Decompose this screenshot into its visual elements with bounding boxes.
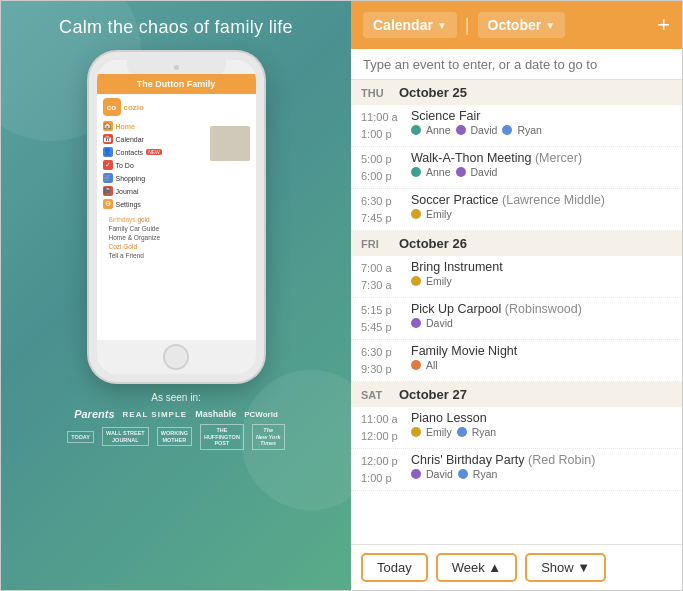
event-row[interactable]: 12:00 p1:00 pChris' Birthday Party (Red … [351, 449, 682, 491]
photo-placeholder [210, 126, 250, 161]
phone-menu-journal[interactable]: 📓 Journal [103, 185, 250, 197]
event-times: 11:00 a12:00 p [361, 411, 403, 444]
event-title: Pick Up Carpool (Robinswood) [411, 302, 672, 316]
participant-name: Emily [426, 426, 452, 438]
top-bar-divider: | [465, 15, 470, 36]
event-participants: AnneDavidRyan [411, 124, 672, 136]
participant-dot [411, 209, 421, 219]
event-title: Piano Lesson [411, 411, 672, 425]
event-details: Chris' Birthday Party (Red Robin)DavidRy… [411, 453, 672, 480]
event-row[interactable]: 7:00 a7:30 aBring InstrumentEmily [351, 256, 682, 298]
search-input[interactable] [363, 57, 670, 72]
participant-name: Anne [426, 124, 451, 136]
event-row[interactable]: 11:00 a12:00 pPiano LessonEmilyRyan [351, 407, 682, 449]
event-title: Science Fair [411, 109, 672, 123]
participant-name: All [426, 359, 438, 371]
event-participants: AnneDavid [411, 166, 672, 178]
event-times: 6:30 p7:45 p [361, 193, 403, 226]
event-row[interactable]: 5:15 p5:45 pPick Up Carpool (Robinswood)… [351, 298, 682, 340]
participant-dot [411, 427, 421, 437]
event-times: 6:30 p9:30 p [361, 344, 403, 377]
calendar-chevron-icon: ▼ [437, 20, 447, 31]
show-btn[interactable]: Show ▼ [525, 553, 606, 582]
phone: The Dutton Family co cozio 🏠 Home 📅 Cale… [89, 52, 264, 382]
press-pcworld: PCWorld [244, 410, 278, 419]
event-title: Chris' Birthday Party (Red Robin) [411, 453, 672, 467]
event-participants: Emily [411, 208, 672, 220]
today-btn[interactable]: Today [361, 553, 428, 582]
press-huffpost: THEHUFFINGTONPOST [200, 424, 244, 450]
press-today: TODAY [67, 431, 94, 444]
participant-name: David [471, 166, 498, 178]
participant-name: David [426, 317, 453, 329]
participant-dot [502, 125, 512, 135]
event-title: Family Movie Night [411, 344, 672, 358]
phone-menu-settings[interactable]: ⚙ Settings [103, 198, 250, 210]
event-details: Piano LessonEmilyRyan [411, 411, 672, 438]
participant-dot [457, 427, 467, 437]
phone-header: The Dutton Family [97, 74, 256, 94]
press-nytimes: TheNew YorkTimes [252, 424, 285, 450]
phone-extras: Birthdays gold Family Car Guide Home & O… [103, 215, 250, 260]
day-header: THUOctober 25 [351, 80, 682, 105]
add-event-btn[interactable]: + [657, 12, 670, 38]
participant-name: Ryan [473, 468, 498, 480]
event-details: Walk-A-Thon Meeting (Mercer)AnneDavid [411, 151, 672, 178]
phone-home-button[interactable] [163, 344, 189, 370]
event-title: Bring Instrument [411, 260, 672, 274]
month-dropdown-btn[interactable]: October ▼ [478, 12, 566, 38]
event-participants: Emily [411, 275, 672, 287]
event-times: 11:00 a1:00 p [361, 109, 403, 142]
participant-dot [411, 125, 421, 135]
phone-logo: co cozio [103, 98, 250, 116]
event-times: 5:00 p6:00 p [361, 151, 403, 184]
day-date: October 25 [399, 85, 467, 100]
tagline: Calm the chaos of family life [59, 17, 293, 38]
top-bar: Calendar ▼ | October ▼ + [351, 1, 682, 49]
participant-dot [411, 276, 421, 286]
event-title: Walk-A-Thon Meeting (Mercer) [411, 151, 672, 165]
event-title: Soccer Practice (Lawrence Middle) [411, 193, 672, 207]
participant-dot [456, 167, 466, 177]
event-row[interactable]: 5:00 p6:00 pWalk-A-Thon Meeting (Mercer)… [351, 147, 682, 189]
press-parents: Parents [74, 408, 114, 420]
event-details: Soccer Practice (Lawrence Middle)Emily [411, 193, 672, 220]
event-times: 12:00 p1:00 p [361, 453, 403, 486]
event-participants: DavidRyan [411, 468, 672, 480]
participant-dot [411, 360, 421, 370]
day-dow: FRI [361, 238, 391, 250]
event-details: Pick Up Carpool (Robinswood)David [411, 302, 672, 329]
participant-dot [458, 469, 468, 479]
press-logos-row1: Parents REAL SIMPLE Mashable PCWorld [67, 408, 284, 420]
as-seen-in: As seen in: Parents REAL SIMPLE Mashable… [67, 392, 284, 450]
participant-name: Ryan [472, 426, 497, 438]
right-panel: Calendar ▼ | October ▼ + THUOctober 2511… [351, 1, 682, 590]
event-participants: David [411, 317, 672, 329]
participant-dot [411, 318, 421, 328]
event-details: Bring InstrumentEmily [411, 260, 672, 287]
day-header: FRIOctober 26 [351, 231, 682, 256]
event-row[interactable]: 11:00 a1:00 pScience FairAnneDavidRyan [351, 105, 682, 147]
participant-dot [456, 125, 466, 135]
event-row[interactable]: 6:30 p9:30 pFamily Movie NightAll [351, 340, 682, 382]
event-row[interactable]: 6:30 p7:45 pSoccer Practice (Lawrence Mi… [351, 189, 682, 231]
press-mashable: Mashable [195, 409, 236, 419]
participant-name: David [471, 124, 498, 136]
participant-name: Ryan [517, 124, 542, 136]
month-chevron-icon: ▼ [545, 20, 555, 31]
event-details: Science FairAnneDavidRyan [411, 109, 672, 136]
event-times: 5:15 p5:45 p [361, 302, 403, 335]
day-dow: SAT [361, 389, 391, 401]
day-date: October 27 [399, 387, 467, 402]
left-panel: Calm the chaos of family life The Dutton… [1, 1, 351, 590]
press-real-simple: REAL SIMPLE [123, 410, 188, 419]
week-btn[interactable]: Week ▲ [436, 553, 517, 582]
day-dow: THU [361, 87, 391, 99]
calendar-dropdown-btn[interactable]: Calendar ▼ [363, 12, 457, 38]
phone-menu-shopping[interactable]: 🛒 Shopping [103, 172, 250, 184]
event-participants: All [411, 359, 672, 371]
participant-dot [411, 469, 421, 479]
day-date: October 26 [399, 236, 467, 251]
event-times: 7:00 a7:30 a [361, 260, 403, 293]
bottom-bar: Today Week ▲ Show ▼ [351, 544, 682, 590]
